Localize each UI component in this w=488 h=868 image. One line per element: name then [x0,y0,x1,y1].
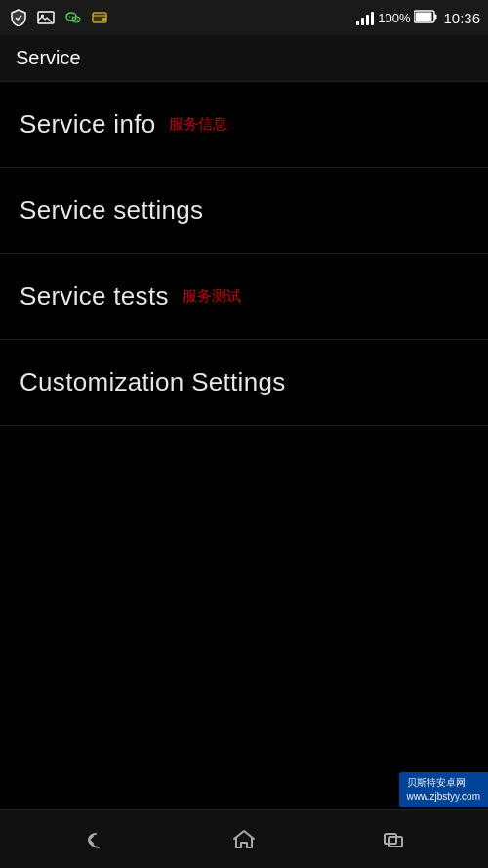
svg-rect-12 [434,14,437,19]
back-button[interactable] [65,818,124,861]
battery-icon [414,10,437,26]
status-bar-right: 100% 10:36 [356,10,480,26]
status-time: 10:36 [443,10,480,26]
wechat-icon [62,7,84,28]
svg-point-5 [72,16,74,18]
menu-item-label: Service tests [20,281,169,311]
shield-icon [8,7,29,28]
menu-list: Service info 服务信息 Service settings Servi… [0,82,488,426]
page-title: Service [16,47,81,69]
recents-button[interactable] [364,818,423,861]
menu-item-label: Customization Settings [20,367,286,397]
menu-item-label: Service settings [20,195,203,226]
image-icon [35,7,57,28]
wallet-icon [90,7,111,28]
svg-rect-9 [102,18,106,21]
menu-item-badge: 服务信息 [169,115,227,134]
title-bar: Service [0,35,488,82]
signal-icon [356,10,374,25]
menu-item-service-settings[interactable]: Service settings [0,168,488,254]
status-bar-icons [8,7,111,28]
status-bar: 100% 10:36 [0,0,488,35]
watermark-site-name: 贝斯特安卓网 [407,776,480,790]
svg-point-6 [74,19,75,20]
watermark: 贝斯特安卓网 www.zjbstyy.com [399,772,488,807]
nav-bar [0,809,488,868]
svg-point-7 [77,19,78,20]
menu-item-label: Service info [20,109,155,140]
menu-item-customization-settings[interactable]: Customization Settings [0,340,488,426]
home-button[interactable] [215,818,273,861]
battery-percent: 100% [378,11,410,25]
watermark-url: www.zjbstyy.com [407,790,480,804]
menu-item-service-tests[interactable]: Service tests 服务测试 [0,254,488,340]
menu-item-badge: 服务测试 [183,287,241,306]
svg-rect-11 [416,12,432,21]
svg-point-4 [69,16,71,18]
menu-item-service-info[interactable]: Service info 服务信息 [0,82,488,168]
